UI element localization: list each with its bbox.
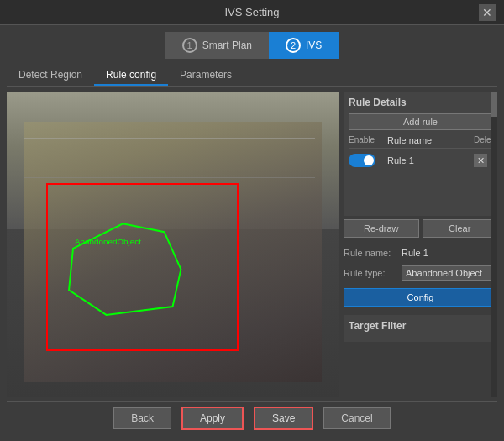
main-content: 1 Smart Plan 2 IVS Detect Region Rule co…: [0, 25, 504, 441]
tab-smart-plan-label: Smart Plan: [202, 39, 252, 51]
toggle-knob: [364, 155, 374, 165]
rule-delete-col: ✕: [474, 154, 492, 167]
scrollbar-track[interactable]: [491, 92, 497, 397]
apply-button[interactable]: Apply: [181, 407, 244, 430]
close-button[interactable]: ✕: [479, 4, 496, 21]
add-rule-button[interactable]: Add rule: [349, 113, 492, 130]
redraw-button[interactable]: Re-draw: [344, 219, 419, 238]
rule-name-row: Rule name: Rule 1: [344, 248, 497, 258]
title-bar: IVS Setting ✕: [0, 0, 504, 25]
header-rule-name: Rule name: [387, 135, 470, 145]
scrollbar-thumb[interactable]: [491, 92, 497, 117]
target-filter-section: Target Filter: [344, 315, 497, 342]
detection-box: [46, 183, 239, 351]
rule-list-spacer: [349, 169, 492, 211]
rule-type-select[interactable]: Abandoned Object Tripwire Intrusion: [402, 265, 497, 281]
clear-button[interactable]: Clear: [423, 219, 498, 238]
window-title: IVS Setting: [224, 6, 279, 18]
right-panel-wrapper: Rule Details Add rule Enable Rule name D…: [344, 92, 497, 397]
sub-tabs: Detect Region Rule config Parameters: [7, 66, 497, 87]
sub-tab-rule-config[interactable]: Rule config: [94, 66, 168, 86]
rule-name-cell: Rule 1: [387, 155, 470, 165]
rule-row: Rule 1 ✕: [349, 152, 492, 169]
tab-smart-plan[interactable]: 1 Smart Plan: [165, 32, 269, 59]
action-buttons: Re-draw Clear: [344, 219, 497, 238]
header-delete: Delete: [474, 135, 492, 145]
rule-details-title: Rule Details: [349, 97, 492, 108]
back-button[interactable]: Back: [113, 407, 171, 429]
step-num-1: 1: [182, 38, 197, 53]
rule-table-header: Enable Rule name Delete: [349, 135, 492, 149]
right-panel: Rule Details Add rule Enable Rule name D…: [344, 92, 497, 397]
rule-details-section: Rule Details Add rule Enable Rule name D…: [344, 92, 497, 216]
tab-ivs-label: IVS: [306, 39, 322, 51]
rule-delete-button[interactable]: ✕: [474, 154, 487, 167]
cancel-button[interactable]: Cancel: [323, 407, 390, 429]
rule-name-value: Rule 1: [402, 248, 428, 258]
config-button[interactable]: Config: [344, 288, 497, 307]
body-row: AbandonedObject Rule Details Add rule En…: [7, 92, 497, 397]
camera-background: AbandonedObject: [7, 92, 339, 397]
target-filter-title: Target Filter: [349, 320, 492, 332]
rule-toggle[interactable]: [349, 154, 375, 167]
save-button[interactable]: Save: [254, 407, 313, 430]
rule-name-label: Rule name:: [344, 248, 398, 258]
rule-type-label: Rule type:: [344, 268, 398, 278]
header-enable: Enable: [349, 135, 384, 145]
step-num-2: 2: [286, 38, 301, 53]
sub-tab-parameters[interactable]: Parameters: [168, 66, 244, 86]
tab-row: 1 Smart Plan 2 IVS: [7, 32, 497, 59]
rule-toggle-col: [349, 154, 384, 167]
rule-type-row: Rule type: Abandoned Object Tripwire Int…: [344, 265, 497, 281]
sub-tab-detect-region[interactable]: Detect Region: [7, 66, 94, 86]
camera-panel: AbandonedObject: [7, 92, 339, 397]
tab-ivs[interactable]: 2 IVS: [269, 32, 339, 59]
bottom-bar: Back Apply Save Cancel: [7, 401, 497, 434]
